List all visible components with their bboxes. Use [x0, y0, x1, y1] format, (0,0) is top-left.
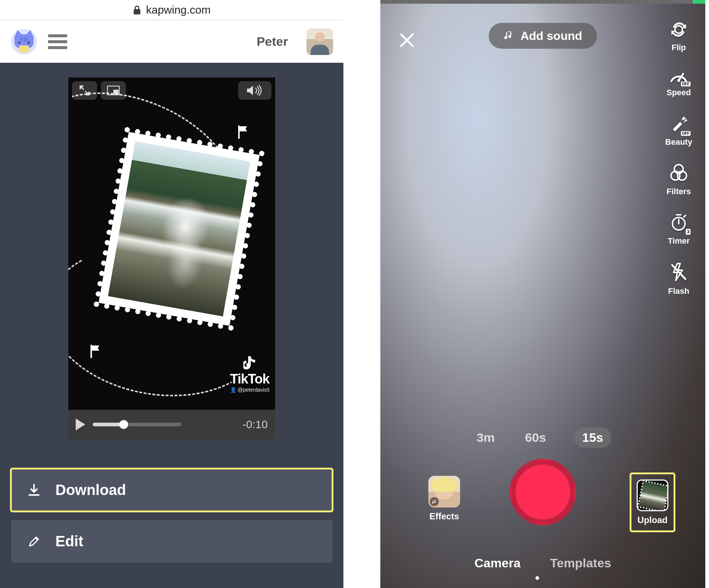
edit-button[interactable]: Edit	[11, 520, 332, 563]
seek-slider[interactable]	[93, 423, 181, 426]
mode-camera[interactable]: Camera	[475, 556, 521, 570]
off-badge: OFF	[681, 131, 691, 136]
tool-label: Flip	[671, 43, 686, 52]
user-avatar[interactable]	[306, 28, 333, 55]
download-button[interactable]: Download	[11, 469, 332, 511]
music-badge-icon	[430, 497, 439, 506]
url-text: kapwing.com	[146, 4, 210, 16]
kapwing-header: Peter	[0, 20, 343, 63]
close-icon	[398, 31, 416, 49]
decoration-flag	[238, 125, 249, 139]
tool-timer[interactable]: 3 Timer	[668, 213, 690, 246]
tool-speed[interactable]: OFF Speed	[667, 69, 691, 97]
decoration-flag	[90, 345, 102, 358]
status-bar	[380, 0, 705, 4]
kapwing-logo[interactable]	[11, 29, 37, 55]
tool-filters[interactable]: Filters	[667, 163, 691, 196]
upload-button[interactable]: Upload	[631, 474, 674, 530]
duration-selector: 3m 60s 15s	[475, 427, 612, 448]
filters-icon	[669, 163, 688, 182]
tool-label: Filters	[667, 187, 691, 196]
music-note-icon	[503, 30, 514, 41]
action-buttons: Download Edit	[11, 469, 332, 563]
username-label: Peter	[257, 34, 288, 49]
tool-label: Speed	[667, 88, 691, 97]
duration-option-15s[interactable]: 15s	[574, 427, 612, 448]
svg-point-3	[677, 79, 680, 82]
video-preview: TikTok 👤 @peterdavis5 -0:10	[68, 78, 275, 439]
timecode: -0:10	[243, 418, 268, 431]
tool-flip[interactable]: Flip	[669, 19, 688, 52]
browser-url-bar: kapwing.com	[0, 0, 343, 20]
flip-icon	[669, 19, 688, 38]
flash-off-icon	[670, 262, 688, 282]
duration-option-60s[interactable]: 60s	[523, 427, 548, 448]
tool-beauty[interactable]: OFF Beauty	[665, 114, 692, 147]
svg-point-2	[675, 26, 682, 33]
duration-option-3m[interactable]: 3m	[475, 427, 497, 448]
add-sound-label: Add sound	[520, 29, 582, 43]
tool-label: Beauty	[665, 137, 692, 147]
edit-label: Edit	[55, 533, 83, 550]
record-icon	[518, 467, 568, 517]
tiktok-watermark: TikTok 👤 @peterdavis5	[230, 356, 270, 393]
effects-button[interactable]: Effects	[428, 476, 460, 522]
hamburger-icon[interactable]	[48, 34, 67, 49]
effects-thumbnail	[428, 476, 460, 508]
close-button[interactable]	[398, 31, 416, 51]
effects-label: Effects	[428, 511, 460, 522]
add-sound-button[interactable]: Add sound	[489, 23, 597, 49]
editor-area: TikTok 👤 @peterdavis5 -0:10 Download	[0, 63, 343, 588]
tiktok-logo-icon	[243, 356, 256, 370]
mode-templates[interactable]: Templates	[550, 556, 612, 570]
play-button[interactable]	[76, 419, 85, 430]
volume-button[interactable]	[238, 81, 271, 100]
speed-icon	[669, 69, 688, 83]
tool-flash[interactable]: Flash	[668, 262, 689, 296]
download-icon	[27, 484, 41, 497]
watermark-brand: TikTok	[230, 371, 270, 387]
tool-label: Timer	[668, 236, 690, 246]
tool-label: Flash	[668, 286, 689, 296]
off-badge: OFF	[681, 82, 691, 86]
upload-label: Upload	[637, 515, 668, 525]
watermark-handle: @peterdavis5	[237, 387, 270, 393]
camera-tools: Flip OFF Speed OFF Beauty Filters	[660, 19, 697, 296]
record-button[interactable]	[510, 459, 576, 525]
mode-tabs: Camera Templates	[475, 556, 611, 570]
pencil-icon	[27, 535, 41, 548]
download-label: Download	[55, 482, 126, 498]
volume-icon	[246, 85, 263, 96]
video-playbar: -0:10	[68, 410, 275, 439]
beauty-icon	[669, 114, 688, 133]
mode-indicator-dot	[535, 576, 539, 580]
kapwing-panel: kapwing.com Peter	[0, 0, 343, 588]
timer-badge: 3	[686, 229, 691, 235]
tiktok-camera-panel: Add sound Flip OFF Speed OFF Beauty	[380, 0, 705, 588]
upload-thumbnail	[637, 479, 668, 511]
lock-icon	[133, 5, 141, 15]
timer-icon	[669, 213, 688, 232]
